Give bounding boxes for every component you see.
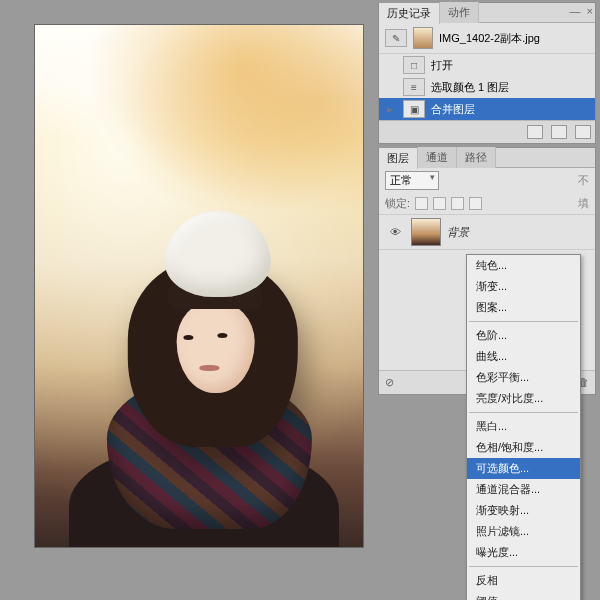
history-item[interactable]: □打开 — [379, 54, 595, 76]
lock-position-icon[interactable] — [451, 197, 464, 210]
menu-item[interactable]: 图案... — [467, 297, 580, 318]
close-icon[interactable]: × — [587, 5, 593, 17]
layer-row[interactable]: 👁 背景 — [379, 214, 595, 250]
history-item[interactable]: ▸▣合并图层 — [379, 98, 595, 120]
history-step-label: 打开 — [431, 58, 453, 73]
history-item[interactable]: ≡选取颜色 1 图层 — [379, 76, 595, 98]
trash-icon[interactable] — [575, 125, 591, 139]
history-step-icon: ▣ — [403, 100, 425, 118]
tab-actions[interactable]: 动作 — [440, 2, 479, 23]
menu-item[interactable]: 色阶... — [467, 325, 580, 346]
history-source[interactable]: ✎ IMG_1402-2副本.jpg — [379, 23, 595, 54]
menu-item[interactable]: 反相 — [467, 570, 580, 591]
adjustment-layer-menu: 纯色...渐变...图案...色阶...曲线...色彩平衡...亮度/对比度..… — [466, 254, 581, 600]
menu-item[interactable]: 黑白... — [467, 416, 580, 437]
menu-item[interactable]: 可选颜色... — [467, 458, 580, 479]
tab-paths[interactable]: 路径 — [457, 147, 496, 168]
layer-thumbnail — [411, 218, 441, 246]
lock-transparent-icon[interactable] — [415, 197, 428, 210]
menu-item[interactable]: 渐变映射... — [467, 500, 580, 521]
file-name: IMG_1402-2副本.jpg — [439, 31, 540, 46]
lock-label: 锁定: — [385, 196, 410, 211]
photo-content — [35, 25, 363, 547]
menu-item[interactable]: 曝光度... — [467, 542, 580, 563]
tab-history[interactable]: 历史记录 — [379, 2, 440, 24]
layer-name[interactable]: 背景 — [447, 225, 469, 240]
history-step-label: 选取颜色 1 图层 — [431, 80, 509, 95]
menu-item[interactable]: 阈值... — [467, 591, 580, 600]
opacity-label: 不 — [578, 173, 589, 188]
menu-item[interactable]: 照片滤镜... — [467, 521, 580, 542]
lock-all-icon[interactable] — [469, 197, 482, 210]
menu-item[interactable]: 曲线... — [467, 346, 580, 367]
history-panel: 历史记录 动作 —× ✎ IMG_1402-2副本.jpg □打开≡选取颜色 1… — [378, 2, 596, 144]
menu-item[interactable]: 色相/饱和度... — [467, 437, 580, 458]
menu-item[interactable]: 亮度/对比度... — [467, 388, 580, 409]
history-step-label: 合并图层 — [431, 102, 475, 117]
brush-icon: ✎ — [385, 29, 407, 47]
new-document-icon[interactable] — [551, 125, 567, 139]
file-thumbnail — [413, 27, 433, 49]
visibility-icon[interactable]: 👁 — [385, 223, 405, 241]
history-step-icon: □ — [403, 56, 425, 74]
menu-item[interactable]: 渐变... — [467, 276, 580, 297]
fill-label: 填 — [578, 196, 589, 211]
tab-layers[interactable]: 图层 — [379, 147, 418, 169]
minimize-icon[interactable]: — — [570, 5, 581, 17]
menu-item[interactable]: 通道混合器... — [467, 479, 580, 500]
menu-item[interactable]: 色彩平衡... — [467, 367, 580, 388]
tab-channels[interactable]: 通道 — [418, 147, 457, 168]
document-canvas[interactable] — [34, 24, 364, 548]
link-icon[interactable]: ⊘ — [385, 376, 394, 389]
lock-image-icon[interactable] — [433, 197, 446, 210]
history-toolbar — [379, 120, 595, 143]
history-step-icon: ≡ — [403, 78, 425, 96]
new-snapshot-icon[interactable] — [527, 125, 543, 139]
menu-item[interactable]: 纯色... — [467, 255, 580, 276]
blend-mode-select[interactable]: 正常 — [385, 171, 439, 190]
